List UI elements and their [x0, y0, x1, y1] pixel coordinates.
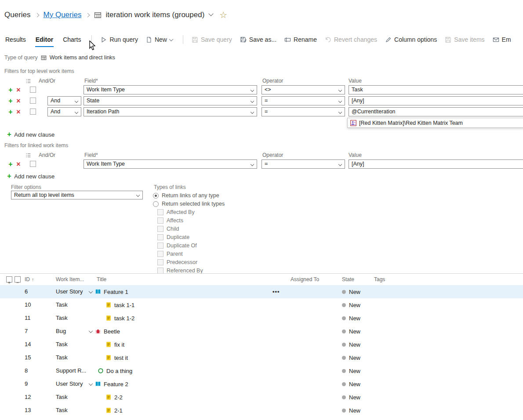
operator-select[interactable]: <>	[262, 85, 345, 94]
state-dot-icon	[342, 343, 346, 347]
table-row[interactable]: 11 Task task 1-2 New	[0, 311, 523, 325]
favorite-star-icon[interactable]: ☆	[219, 10, 227, 20]
andor-select[interactable]: And	[47, 107, 81, 116]
save-icon	[192, 36, 198, 43]
state-dot-icon	[342, 369, 346, 373]
column-header-tags[interactable]: Tags	[374, 274, 385, 285]
checkbox-icon	[157, 243, 163, 249]
column-header-work-item-type[interactable]: Work Item...	[56, 274, 84, 285]
tab-results[interactable]: Results	[1, 33, 30, 47]
filter-options-select[interactable]: Return all top level items	[11, 191, 143, 199]
insert-clause-icon[interactable]	[7, 159, 14, 169]
table-row[interactable]: 14 Task fix it New	[0, 338, 523, 351]
breadcrumb-queries[interactable]: Queries	[4, 11, 31, 19]
add-new-clause-button[interactable]: Add new clause	[7, 172, 54, 180]
field-select[interactable]: Work Item Type	[84, 159, 257, 169]
email-query-button[interactable]: Em	[489, 36, 515, 43]
table-row[interactable]: 15 Task test it New	[0, 351, 523, 364]
row-context-menu[interactable]: •••	[272, 285, 280, 298]
operator-select[interactable]: =	[262, 159, 345, 169]
results-table: + − ID Work Item... Title Assigned To St…	[0, 273, 523, 420]
clause-checkbox[interactable]	[30, 109, 36, 115]
collapse-all-icon[interactable]: −	[15, 276, 21, 282]
column-header-id[interactable]: ID	[25, 274, 34, 285]
chevron-down-icon	[169, 37, 174, 41]
link-type-referenced-by: Referenced By	[157, 268, 203, 274]
table-row[interactable]: 13 Task 2-1 New	[0, 404, 523, 417]
value-input[interactable]: @CurrentIteration	[349, 107, 523, 116]
state-dot-icon	[342, 290, 346, 294]
clause-checkbox[interactable]	[30, 161, 36, 167]
tab-editor[interactable]: Editor	[31, 33, 58, 47]
link-type-child: Child	[157, 226, 179, 232]
task-icon	[105, 407, 112, 413]
table-row[interactable]: 8 Support R... Do a thing New	[0, 364, 523, 377]
insert-clause-icon[interactable]	[7, 96, 14, 105]
field-select[interactable]: Iteration Path	[84, 107, 257, 116]
remove-clause-icon[interactable]	[15, 85, 22, 94]
field-select[interactable]: State	[84, 96, 257, 105]
column-header-assigned-to[interactable]: Assigned To	[291, 274, 319, 285]
checkbox-icon	[157, 209, 163, 215]
operator-select[interactable]: =	[262, 96, 345, 105]
column-options-button[interactable]: Column options	[381, 36, 441, 43]
expand-all-icon[interactable]: +	[6, 276, 12, 282]
breadcrumb-separator-icon	[86, 13, 90, 17]
filter-row: Work Item Type <> Task	[0, 85, 523, 94]
checkbox-icon	[157, 217, 163, 224]
remove-clause-icon[interactable]	[15, 159, 22, 169]
radio-links-any[interactable]: Return links of any type	[153, 192, 219, 199]
andor-select[interactable]: And	[47, 96, 81, 105]
value-input[interactable]: [Any]	[349, 159, 523, 169]
radio-links-selected[interactable]: Return selected link types	[153, 201, 225, 207]
collapse-row-chevron-icon[interactable]	[89, 289, 93, 293]
collapse-row-chevron-icon[interactable]	[89, 381, 93, 386]
new-document-icon	[146, 36, 152, 43]
remove-clause-icon[interactable]	[15, 96, 22, 105]
user-story-icon	[95, 289, 101, 295]
plus-icon	[7, 172, 11, 180]
filter-row: And Iteration Path = @CurrentIteration	[0, 107, 523, 116]
add-new-clause-button[interactable]: Add new clause	[7, 130, 54, 138]
type-of-query-label: Type of query	[4, 54, 38, 61]
field-select[interactable]: Work Item Type	[84, 85, 257, 94]
undo-icon	[325, 36, 331, 43]
state-dot-icon	[342, 316, 346, 320]
breadcrumb-my-queries[interactable]: My Queries	[44, 11, 82, 19]
table-row[interactable]: 12 Task 2-2 New	[0, 391, 523, 404]
remove-clause-icon[interactable]	[15, 107, 22, 116]
breadcrumb-separator-icon	[35, 13, 39, 17]
insert-clause-icon[interactable]	[7, 107, 14, 116]
checkbox-icon	[157, 259, 163, 265]
rename-button[interactable]: Rename	[280, 36, 321, 43]
table-row[interactable]: 6 User Story Feature 1 ••• New	[0, 285, 523, 298]
table-row[interactable]: 10 Task task 1-1 New	[0, 298, 523, 311]
link-type-predecessor: Predecessor	[157, 259, 197, 265]
table-row[interactable]: 9 User Story Feature 2 New	[0, 377, 523, 391]
operator-select[interactable]: =	[262, 107, 345, 116]
envelope-icon	[493, 36, 499, 43]
collapse-row-chevron-icon[interactable]	[89, 329, 93, 333]
column-header-title[interactable]: Title	[97, 274, 106, 285]
value-suggestion-item[interactable]: [Red Kitten Matrix]\Red Kitten Matrix Te…	[347, 118, 523, 128]
task-icon	[105, 394, 112, 400]
insert-clause-icon[interactable]	[7, 85, 14, 94]
clause-checkbox[interactable]	[30, 87, 36, 93]
value-input[interactable]: Task	[349, 85, 523, 94]
bug-icon	[95, 328, 101, 334]
radio-selected-icon	[153, 193, 159, 199]
value-input[interactable]: [Any]	[349, 96, 523, 105]
chevron-down-icon	[251, 110, 254, 114]
run-query-button[interactable]: Run query	[96, 36, 142, 43]
save-as-button[interactable]: Save as...	[236, 36, 280, 43]
new-query-button[interactable]: New	[142, 36, 177, 43]
chevron-down-icon	[338, 99, 342, 103]
column-header-state[interactable]: State	[342, 274, 354, 285]
query-menu-chevron-icon[interactable]	[209, 11, 214, 16]
tab-charts[interactable]: Charts	[58, 33, 85, 47]
table-row[interactable]: 7 Bug Beetle New	[0, 325, 523, 338]
link-type-affects: Affects	[157, 217, 183, 224]
page-title[interactable]: iteration work items (grouped)	[105, 11, 204, 19]
chevron-down-icon	[338, 110, 342, 114]
clause-checkbox[interactable]	[30, 98, 36, 104]
